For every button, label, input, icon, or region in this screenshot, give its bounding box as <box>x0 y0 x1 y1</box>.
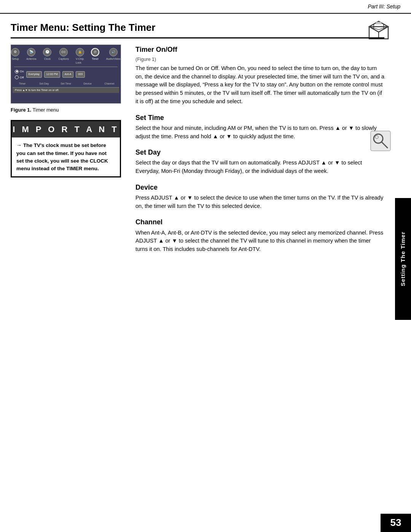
caption-text: Timer menu <box>31 107 59 113</box>
label-setday: Set Day <box>37 82 51 86</box>
antenna-icon: 📡 <box>27 48 35 56</box>
timer-menu-screenshot: ⚙ Setup 📡 Antenna 🕐 <box>11 45 121 104</box>
menu-labels-row: Timer Set Day Set Time Device Channel <box>13 82 119 86</box>
device-title: Device <box>135 182 384 192</box>
radio-on-dot <box>15 70 19 73</box>
setup-icon: ⚙ <box>11 48 19 56</box>
set-day-title: Set Day <box>135 147 384 157</box>
menu-bottom-bar: Press ▲▼ to turn the Timer on or off. <box>13 87 119 93</box>
set-time-body: Select the hour and minute, including AM… <box>135 124 384 141</box>
figure-caption: Figure 1. Timer menu <box>11 107 125 114</box>
device-body: Press ADJUST ▲ or ▼ to select the device… <box>135 194 384 211</box>
two-col-layout: ⚙ Setup 📡 Antenna 🕐 <box>11 45 384 260</box>
page-header: Part III: Setup <box>0 0 411 14</box>
label-timer: Timer <box>15 82 30 86</box>
page-number: 53 <box>390 516 401 530</box>
section-set-time: Set Time Select the hour and minute, inc… <box>135 113 384 141</box>
label-settime: Set Time <box>58 82 73 86</box>
menu-inner: ⚙ Setup 📡 Antenna 🕐 <box>11 45 121 103</box>
left-column: ⚙ Setup 📡 Antenna 🕐 <box>11 45 125 178</box>
section-timer-onoff: Timer On/Off (Figure 1) The timer can be… <box>135 45 384 106</box>
page-number-box: 53 <box>381 514 411 532</box>
audiovideo-icon: 🔊 <box>109 48 118 56</box>
timer-onoff-subtitle: (Figure 1) <box>135 56 384 63</box>
radio-off-dot <box>15 75 19 79</box>
menu-icon-vchip: 🔒 V-Chip Lock <box>76 48 84 65</box>
menu-icon-setup: ⚙ Setup <box>11 48 19 65</box>
important-body: → The TV's clock must be set before you … <box>12 137 120 176</box>
menu-radio-on: On <box>15 69 24 74</box>
menu-icon-antenna: 📡 Antenna <box>26 48 36 65</box>
vchip-icon: 🔒 <box>76 48 84 56</box>
page-title: Timer Menu: Setting The Timer <box>11 21 384 38</box>
menu-radio-off: Off <box>15 75 24 80</box>
menu-icon-audiovideo: 🔊 Audio/Video <box>106 48 121 65</box>
menu-radio-group: On Off <box>15 69 24 80</box>
section-tab: Setting The Timer <box>395 198 411 320</box>
timer-icon-active: ⏱ <box>91 48 99 56</box>
set-day-body: Select the day or days that the TV will … <box>135 159 384 176</box>
btn-everyday: Everyday <box>26 71 42 77</box>
channel-title: Channel <box>135 217 384 227</box>
clock-icon: 🕐 <box>43 48 51 56</box>
channel-body: When Ant-A, Ant-B, or Ant-DTV is the sel… <box>135 229 384 254</box>
menu-divider <box>14 67 118 67</box>
menu-icon-captions: CC Captions <box>58 48 69 65</box>
important-box: I M P O R T A N T → The TV's clock must … <box>11 120 121 178</box>
menu-icon-clock: 🕐 Clock <box>43 48 51 65</box>
section-channel: Channel When Ant-A, Ant-B, or Ant-DTV is… <box>135 217 384 253</box>
caption-bold: Figure 1. <box>11 107 31 113</box>
menu-icon-timer: ⏱ Timer <box>91 48 99 65</box>
section-set-day: Set Day Select the day or days that the … <box>135 147 384 176</box>
important-text: The TV's clock must be set before you ca… <box>16 142 108 171</box>
section-device: Device Press ADJUST ▲ or ▼ to select the… <box>135 182 384 211</box>
label-channel: Channel <box>102 82 117 86</box>
btn-device: Ant-A <box>62 71 74 77</box>
menu-content-row: On Off Everyday 12:00 PM Ant-A 003 <box>13 68 119 81</box>
btn-channel: 003 <box>76 71 85 77</box>
timer-onoff-body: The timer can be turned On or Off. When … <box>135 64 384 106</box>
important-header: I M P O R T A N T <box>12 121 120 138</box>
set-time-title: Set Time <box>135 113 384 123</box>
right-column: Timer On/Off (Figure 1) The timer can be… <box>135 45 384 260</box>
menu-buttons-row: Everyday 12:00 PM Ant-A 003 <box>26 71 117 77</box>
btn-time: 12:00 PM <box>44 71 60 77</box>
main-content: Timer Menu: Setting The Timer ⚙ Setup <box>0 14 395 514</box>
captions-icon: CC <box>59 48 68 56</box>
tab-label: Setting The Timer <box>399 232 407 286</box>
menu-icons-row: ⚙ Setup 📡 Antenna 🕐 <box>13 46 119 66</box>
timer-onoff-title: Timer On/Off <box>135 45 384 54</box>
header-label: Part III: Setup <box>368 3 400 10</box>
radio-on-filled <box>16 70 18 72</box>
arrow-icon: → <box>16 142 23 148</box>
label-device: Device <box>80 82 95 86</box>
